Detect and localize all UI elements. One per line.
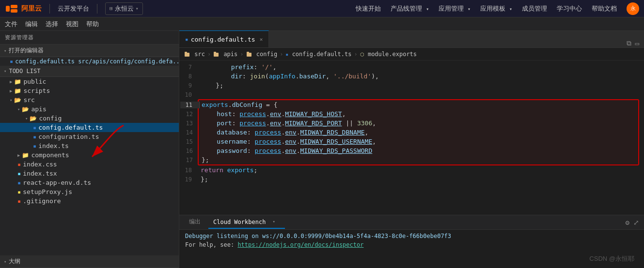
tree-item-index-ts[interactable]: ▪ index.ts [0,141,179,150]
svg-rect-5 [185,52,187,53]
workbench-chevron-icon: ▾ [267,218,280,226]
panel-tab-output[interactable]: 编出 [184,216,205,228]
folder-icon: 📁 [14,78,21,85]
tree-item-configuration[interactable]: ▪ configuration.ts [0,132,179,141]
bc-export[interactable]: ⬡ module.exports [360,51,417,58]
tsx-icon: ▪ [17,170,21,177]
components-folder-icon: 📁 [22,152,29,159]
menu-help[interactable]: 帮助 [86,20,99,29]
bc-src[interactable]: src [184,51,205,58]
tab-bar: ▪ config.default.ts ✕ ⧉ ▭ [179,31,644,48]
nav-quickstart[interactable]: 快速开始 [356,4,381,13]
folder-chevron-icon: ▶ [10,79,12,84]
panel-tab-workbench-label: Cloud Workbench [213,219,266,225]
apis-folder-icon: 📂 [22,106,29,113]
ts-icon-react-env: ▪ [17,179,21,186]
help-link[interactable]: https://nodejs.org/en/docs/inspector [237,241,363,248]
tree-item-src[interactable]: ▾ 📂 src [0,95,179,104]
help-text: For help, see: [185,241,237,248]
close-panel-icon[interactable]: ▭ [635,40,639,47]
code-line-12: 12 host: process.env.MIDWAY_RDS_HOST, [180,109,638,119]
split-editor-icon[interactable]: ⧉ [627,39,631,47]
nav-template[interactable]: 应用模板 ▾ [480,4,512,13]
code-line-10: 10 [179,90,644,99]
panel-content: Debugger listening on ws://0.0.0.0:9999/… [179,230,644,268]
explorer-title: 资源管理器 [0,31,179,45]
folder-label-components: components [31,151,69,159]
nav-members[interactable]: 成员管理 [522,4,547,13]
svg-rect-8 [247,53,251,57]
tree-item-public[interactable]: ▶ 📁 public [0,77,179,86]
folder-label-scripts: scripts [23,87,50,94]
bc-sep2: › [240,51,243,58]
file-label-index-ts: index.ts [38,142,69,149]
open-editors-section[interactable]: ▾ 打开的编辑器 [0,45,179,57]
tree-item-index-tsx[interactable]: ▪ index.tsx [0,169,179,178]
panel-expand-icon[interactable]: ⤢ [633,219,639,226]
bc-sep4: › [354,51,357,58]
tree-item-apis[interactable]: ▾ 📂 apis [0,104,179,114]
code-line-18: 18 return exports; [179,165,644,175]
file-label-react-env: react-app-env.d.ts [23,179,91,186]
nav-app[interactable]: 应用管理 ▾ [439,4,471,13]
bc-apis[interactable]: apis [213,51,237,58]
file-label-config-default: config.default.ts [38,124,103,131]
config-chevron-icon: ▾ [25,116,28,121]
nav-divider [49,4,50,14]
file-label-setup-proxy: setupProxy.js [23,188,72,195]
code-line-13: 13 port: process.env.MIDWAY_RDS_PORT || … [180,119,638,128]
debug-line: Debugger listening on ws://0.0.0.0:9999/… [185,233,638,239]
panel-settings-icon[interactable]: ⚙ [626,219,629,226]
nav-help[interactable]: 帮助文档 [592,4,617,13]
panel-icons: ⚙ ⤢ [626,219,639,226]
watermark: CSDN @永恒耶 [589,254,634,263]
panel-tab-workbench[interactable]: Cloud Workbench ▾ [208,216,285,229]
help-line: For help, see: https://nodejs.org/en/doc… [185,241,638,248]
todo-section[interactable]: ▾ TODO LIST [0,66,179,77]
menu-select[interactable]: 选择 [46,20,58,29]
panel-tab-output-label: 编出 [189,218,201,226]
code-line-9: 9 }; [179,81,644,90]
editor-tab-config[interactable]: ▪ config.default.ts ✕ [179,30,269,47]
open-editors-chevron-icon: ▾ [4,48,6,53]
ts-icon-configuration: ▪ [33,134,36,140]
aliyun-logo-icon [5,4,18,14]
tree-item-gitignore[interactable]: ▪ .gitignore [0,196,179,206]
tree-item-config[interactable]: ▾ 📂 config [0,114,179,123]
menu-edit[interactable]: 编辑 [25,20,38,29]
menu-view[interactable]: 视图 [66,20,79,29]
bc-file[interactable]: ▪ config.default.ts [285,51,351,58]
code-line-15: 15 username: process.env.MIDWAY_RDS_USER… [180,137,638,146]
svg-rect-6 [214,53,219,57]
tree-item-react-env[interactable]: ▪ react-app-env.d.ts [0,178,179,187]
breadcrumb: src › apis › config › ▪ config.default.t… [179,48,644,60]
tree-item-config-default[interactable]: ▪ config.default.ts [0,123,179,132]
debug-text: Debugger listening on ws://0.0.0.0:9999/… [185,233,451,239]
ts-icon-index: ▪ [33,143,36,149]
tab-close-icon[interactable]: ✕ [260,36,263,43]
avatar[interactable]: 永 [627,2,639,15]
src-folder-icon: 📂 [14,97,21,104]
config-folder-icon: 📂 [30,115,37,122]
outline-section[interactable]: ▾ 大纲 [0,255,179,268]
tree-item-setup-proxy[interactable]: ▪ setupProxy.js [0,187,179,196]
code-editor[interactable]: 7 prefix: '/', 8 dir: join(appInfo.baseD… [179,60,644,215]
nav-learn[interactable]: 学习中心 [557,4,582,13]
nav-links: 快速开始 产品线管理 ▾ 应用管理 ▾ 应用模板 ▾ 成员管理 学习中心 帮助文… [356,2,639,15]
file-label-index-tsx: index.tsx [23,170,57,177]
menu-file[interactable]: 文件 [5,20,17,29]
open-file-item[interactable]: ▪ config.default.ts src/apis/config/conf… [0,57,179,66]
outline-chevron-icon: ▾ [4,259,6,264]
folder-label-public: public [23,78,46,85]
js-icon: ▪ [17,189,21,195]
bc-config[interactable]: config [246,51,278,58]
tree-item-index-css[interactable]: ▪ index.css [0,160,179,169]
src-chevron-icon: ▾ [10,98,12,103]
workspace-selector[interactable]: ⊞ 永恒云 ▾ [105,2,143,15]
menu-bar: 文件 编辑 选择 视图 帮助 [0,17,644,31]
nav-product[interactable]: 产品线管理 ▾ [391,4,429,13]
open-file-name: config.default.ts src/apis/config/config… [15,58,179,65]
folder-label-config: config [39,115,62,122]
tree-item-components[interactable]: ▶ 📁 components [0,150,179,160]
tree-item-scripts[interactable]: ▶ 📁 scripts [0,86,179,95]
